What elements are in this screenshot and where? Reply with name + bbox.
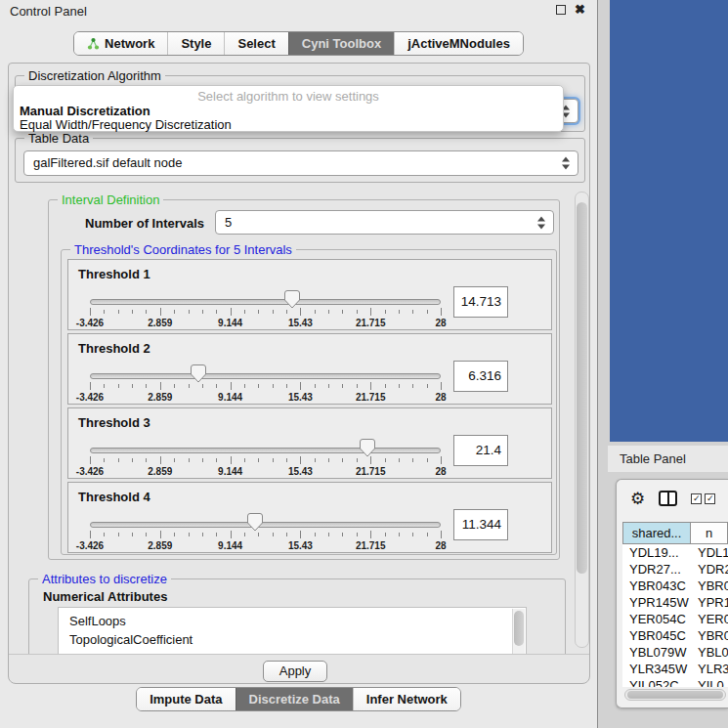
tab-infer-network[interactable]: Infer Network bbox=[353, 688, 460, 710]
scrollbar-thumb[interactable] bbox=[627, 691, 723, 699]
table-row[interactable]: YBL079WYBL0... bbox=[622, 644, 728, 661]
tick-label: 15.43 bbox=[288, 540, 313, 551]
tab-label: Cyni Toolbox bbox=[302, 36, 381, 51]
checkbox-icon[interactable]: ✓ bbox=[691, 493, 702, 504]
table-row[interactable]: YDR27...YDR2... bbox=[622, 561, 728, 578]
num-intervals-label: Number of Intervals bbox=[85, 216, 204, 231]
table-cell[interactable]: YPR145W bbox=[622, 594, 691, 611]
combo-stepper-icon bbox=[537, 216, 545, 229]
dropdown-option-manual[interactable]: Manual Discretization bbox=[19, 104, 558, 118]
thresholds-group-title: Threshold's Coordinates for 5 Intervals bbox=[70, 242, 296, 257]
tick-mark bbox=[189, 310, 190, 314]
settings-scrollbar[interactable] bbox=[575, 192, 589, 648]
tick-mark bbox=[273, 533, 274, 536]
close-icon[interactable]: ✖ bbox=[575, 5, 585, 15]
scrollbar-thumb[interactable] bbox=[514, 611, 524, 646]
table-cell[interactable]: YBR045C bbox=[622, 627, 691, 644]
threshold-value-field[interactable]: 14.713 bbox=[453, 286, 508, 318]
threshold-label: Threshold 1 bbox=[78, 267, 150, 281]
table-row[interactable]: YIL052CYIL0... bbox=[622, 677, 728, 687]
column-header-name[interactable]: n bbox=[691, 522, 728, 544]
tick-label: 15.43 bbox=[288, 392, 313, 403]
threshold-value-field[interactable]: 11.344 bbox=[453, 509, 508, 540]
threshold-slider[interactable]: -3.4262.8599.14415.4321.71528 bbox=[90, 436, 441, 479]
tick-mark bbox=[174, 384, 175, 388]
tick-mark bbox=[412, 384, 413, 388]
table-cell[interactable]: YER0... bbox=[691, 611, 728, 627]
threshold-slider[interactable]: -3.4262.8599.14415.4321.71528 bbox=[90, 287, 441, 330]
float-window-icon[interactable] bbox=[556, 5, 566, 15]
table-cell[interactable]: YIL0... bbox=[691, 677, 728, 687]
tick-mark bbox=[399, 310, 400, 314]
slider-track bbox=[90, 373, 441, 379]
tick-mark bbox=[300, 531, 301, 538]
table-row[interactable]: YBR045CYBR0... bbox=[622, 627, 728, 644]
tick-mark bbox=[160, 456, 161, 464]
attributes-list-scrollbar[interactable] bbox=[512, 609, 525, 654]
tick-mark bbox=[258, 384, 259, 388]
table-row[interactable]: YLR345WYLR3... bbox=[622, 661, 728, 677]
threshold-value-field[interactable]: 6.316 bbox=[453, 361, 508, 392]
tab-network[interactable]: Network bbox=[74, 32, 167, 55]
tab-select[interactable]: Select bbox=[224, 32, 287, 55]
table-cell[interactable]: YDR2... bbox=[691, 561, 728, 578]
attribute-list-item[interactable]: TopologicalCoefficient bbox=[59, 630, 526, 649]
table-toolbar: ⚙ ✓ ✓ bbox=[617, 480, 728, 517]
slider-thumb[interactable] bbox=[284, 290, 300, 309]
tick-label: -3.426 bbox=[76, 540, 104, 551]
tab-jactivemnodules[interactable]: jActiveMNodules bbox=[394, 32, 523, 55]
table-cell[interactable]: YPR1... bbox=[691, 594, 728, 611]
table-cell[interactable]: YBL0... bbox=[691, 644, 728, 661]
tick-mark bbox=[216, 310, 217, 314]
table-cell[interactable]: YBR0... bbox=[691, 578, 728, 594]
table-cell[interactable]: YDL19... bbox=[622, 544, 691, 561]
gear-icon[interactable]: ⚙ bbox=[630, 491, 645, 507]
tab-style[interactable]: Style bbox=[167, 32, 224, 55]
attribute-list-item[interactable]: SelfLoops bbox=[59, 612, 526, 630]
tick-mark bbox=[104, 384, 105, 388]
dropdown-option-equal-width[interactable]: Equal Width/Frequency Discretization bbox=[19, 117, 558, 132]
threshold-value-field[interactable]: 21.4 bbox=[453, 435, 508, 466]
tick-mark bbox=[160, 308, 161, 316]
tick-mark bbox=[202, 533, 203, 536]
table-cell[interactable]: YLR3... bbox=[691, 661, 728, 677]
table-cell[interactable]: YBR0... bbox=[691, 627, 728, 644]
table-row[interactable]: YBR043CYBR0... bbox=[622, 578, 728, 594]
thresholds-group: Threshold's Coordinates for 5 Intervals … bbox=[61, 249, 557, 555]
table-cell[interactable]: YBL079W bbox=[622, 644, 691, 661]
table-cell[interactable]: YER054C bbox=[622, 611, 691, 627]
table-cell[interactable]: YLR345W bbox=[622, 661, 691, 677]
table-cell[interactable]: YDL1... bbox=[691, 544, 728, 561]
table-data-combobox[interactable]: galFiltered.sif default node bbox=[23, 150, 578, 176]
table-cell[interactable]: YDR27... bbox=[622, 561, 691, 578]
tick-label: 21.715 bbox=[356, 466, 386, 477]
apply-button[interactable]: Apply bbox=[263, 661, 327, 682]
table-header-row: shared... n bbox=[622, 522, 728, 544]
threshold-label: Threshold 4 bbox=[78, 490, 150, 504]
tick-mark bbox=[300, 308, 301, 316]
tab-impute-data[interactable]: Impute Data bbox=[137, 688, 235, 710]
table-cell[interactable]: YIL052C bbox=[622, 677, 691, 687]
tick-mark bbox=[357, 458, 358, 462]
slider-thumb[interactable] bbox=[191, 364, 206, 383]
column-header-shared[interactable]: shared... bbox=[622, 522, 691, 544]
tick-mark bbox=[118, 458, 119, 462]
table-row[interactable]: YER054CYER0... bbox=[622, 611, 728, 627]
slider-thumb[interactable] bbox=[247, 513, 263, 532]
table-row[interactable]: YPR145WYPR1... bbox=[622, 594, 728, 611]
slider-thumb[interactable] bbox=[360, 439, 375, 457]
tab-cyni-toolbox[interactable]: Cyni Toolbox bbox=[288, 32, 394, 55]
num-intervals-combobox[interactable]: 5 bbox=[215, 210, 554, 235]
table-h-scrollbar[interactable] bbox=[624, 689, 726, 701]
tick-mark bbox=[328, 310, 329, 314]
table-row[interactable]: YDL19...YDL1... bbox=[622, 544, 728, 561]
tick-mark bbox=[342, 458, 343, 462]
table-cell[interactable]: YBR043C bbox=[622, 578, 691, 594]
tick-label: 28 bbox=[435, 466, 446, 477]
threshold-slider[interactable]: -3.4262.8599.14415.4321.71528 bbox=[90, 362, 441, 405]
scrollbar-thumb[interactable] bbox=[577, 202, 587, 574]
checkbox-icon[interactable]: ✓ bbox=[705, 493, 715, 504]
split-view-icon[interactable] bbox=[659, 491, 677, 506]
threshold-slider[interactable]: -3.4262.8599.14415.4321.71528 bbox=[90, 510, 441, 553]
tab-discretize-data[interactable]: Discretize Data bbox=[236, 688, 353, 710]
